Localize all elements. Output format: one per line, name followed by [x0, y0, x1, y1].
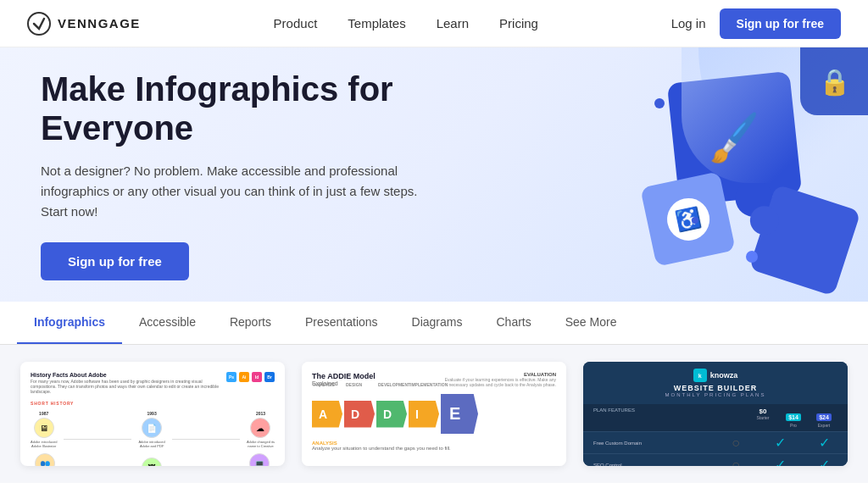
tl-1987: 1987 🖥 Adobe introducedAdobe Illustrator: [31, 411, 57, 448]
hero-title: Make Infographics for Everyone: [41, 69, 485, 147]
addie-d2: D: [376, 401, 407, 428]
card3-title: WEBSITE BUILDER: [593, 384, 837, 392]
hero-content: Make Infographics for Everyone Not a des…: [0, 47, 526, 302]
nav-product[interactable]: Product: [274, 16, 318, 30]
knowza-logo: k: [693, 369, 707, 382]
addie-e: E: [441, 394, 478, 434]
tab-infographics[interactable]: Infographics: [17, 302, 122, 344]
tab-accessible[interactable]: Accessible: [122, 302, 213, 344]
feature-seo: SEO Control ○ ✓ ✓: [583, 453, 848, 466]
ps-badge: Ps: [226, 372, 236, 382]
price-pro: $14 Pro: [780, 408, 807, 428]
logo[interactable]: VENNGAGE: [27, 12, 141, 36]
corner-piece: 🔒: [800, 47, 868, 115]
short-history-label: SHORT HISTORY: [31, 401, 275, 406]
tab-see-more[interactable]: See More: [548, 302, 634, 344]
id-badge: Id: [252, 372, 262, 382]
card-adobe-history[interactable]: History Facts About Adobe For many years…: [20, 362, 285, 466]
addie-d1: D: [344, 401, 375, 428]
card3-subtitle: MONTHLY PRICING PLANS: [593, 392, 837, 397]
card1-title: History Facts About Adobe: [31, 372, 226, 378]
pricing-table-header: PLAN FEATURES $0 Starter $14 Pro $24 Exp…: [583, 404, 848, 431]
tab-reports[interactable]: Reports: [213, 302, 288, 344]
timeline-row2: 👥 John Warnock andCharles Geschkefounded…: [31, 452, 275, 466]
tabs-section: Infographics Accessible Reports Presenta…: [0, 302, 868, 345]
ai-badge: Ai: [239, 372, 249, 382]
signup-button[interactable]: Sign up for free: [720, 8, 841, 39]
tl-2011: 💻 Adobe Creative cloudwas introduced 201…: [244, 452, 275, 466]
decoration-dot-1: [654, 98, 665, 108]
price-expert: $24 Expert: [810, 408, 837, 428]
addie-a: A: [312, 401, 342, 428]
price-free: $0 Starter: [749, 408, 776, 428]
tl-2013: 2013 ☁ Adobe changed itsname to Creative: [247, 411, 275, 448]
hero-cta-button[interactable]: Sign up for free: [41, 242, 189, 280]
tab-diagrams[interactable]: Diagrams: [395, 302, 480, 344]
br-badge: Br: [264, 372, 275, 382]
nav-learn[interactable]: Learn: [437, 16, 469, 30]
addie-arrows: A D D I E ANALYSIS DESIGN DEVELOPMENT IM…: [312, 394, 556, 434]
timeline-row: 1987 🖥 Adobe introducedAdobe Illustrator…: [31, 411, 275, 448]
development-label: DEVELOPMENT: [378, 382, 410, 387]
tl-1989: 🖼 Adobe introducedPhotoshop 1989: [138, 456, 164, 466]
header: VENNGAGE Product Templates Learn Pricing…: [0, 0, 868, 47]
feature-custom-domain: Free Custom Domain ○ ✓ ✓: [583, 431, 848, 453]
tab-charts[interactable]: Charts: [479, 302, 548, 344]
addie-i: I: [409, 401, 439, 428]
card1-logos: Ps Ai Id Br: [226, 372, 275, 382]
card2-evaluation: EVALUATION Evaluate if your learning exp…: [437, 372, 556, 387]
logo-text: VENNGAGE: [58, 16, 141, 30]
tabs-container: Infographics Accessible Reports Presenta…: [17, 302, 851, 344]
plan-features-label: PLAN FEATURES: [593, 408, 746, 428]
card2-title: The ADDIE Model: [312, 372, 376, 380]
hero-description: Not a designer? No problem. Make accessi…: [41, 161, 448, 222]
decoration-dot-2: [692, 217, 698, 224]
card3-content: k knowza WEBSITE BUILDER MONTHLY PRICING…: [583, 362, 848, 466]
header-actions: Log in Sign up for free: [671, 8, 841, 39]
nav-pricing[interactable]: Pricing: [499, 16, 538, 30]
implementation-label: IMPLEMENTATION: [410, 382, 448, 387]
svg-point-0: [28, 13, 50, 35]
tl-1982: 👥 John Warnock andCharles Geschkefounded…: [31, 452, 58, 466]
decoration-dot-3: [746, 251, 758, 263]
card2-analysis-text: ANALYSIS Analyze your situation to under…: [312, 441, 556, 451]
nav-templates[interactable]: Templates: [348, 16, 405, 30]
pricing-table: PLAN FEATURES $0 Starter $14 Pro $24 Exp…: [583, 404, 848, 466]
cards-section: History Facts About Adobe For many years…: [0, 345, 868, 483]
card2-content: The ADDIE Model Explained EVALUATION Eva…: [302, 362, 566, 466]
hero-section: Make Infographics for Everyone Not a des…: [0, 47, 868, 302]
design-label: DESIGN: [346, 382, 362, 387]
hero-illustration: 🖌️ ♿ 🔒: [495, 47, 868, 302]
login-button[interactable]: Log in: [671, 16, 706, 30]
card1-content: History Facts About Adobe For many years…: [20, 362, 285, 466]
knowza-name: knowza: [710, 371, 738, 380]
venngage-logo-icon: [27, 12, 51, 36]
card1-subtitle: For many years now, Adobe software has b…: [31, 379, 226, 394]
tab-presentations[interactable]: Presentations: [288, 302, 395, 344]
card-knowza-pricing[interactable]: k knowza WEBSITE BUILDER MONTHLY PRICING…: [583, 362, 848, 466]
card-addie-model[interactable]: The ADDIE Model Explained EVALUATION Eva…: [302, 362, 566, 466]
analysis-label: ANALYSIS: [314, 382, 335, 387]
tl-1993: 1993 📄 Adobe introducedAdobe and PDF: [138, 411, 164, 448]
main-nav: Product Templates Learn Pricing: [274, 16, 538, 30]
puzzle-piece-accessibility: ♿: [640, 171, 736, 267]
knowza-brand: k knowza: [593, 369, 837, 382]
card3-header: k knowza WEBSITE BUILDER MONTHLY PRICING…: [583, 362, 848, 404]
